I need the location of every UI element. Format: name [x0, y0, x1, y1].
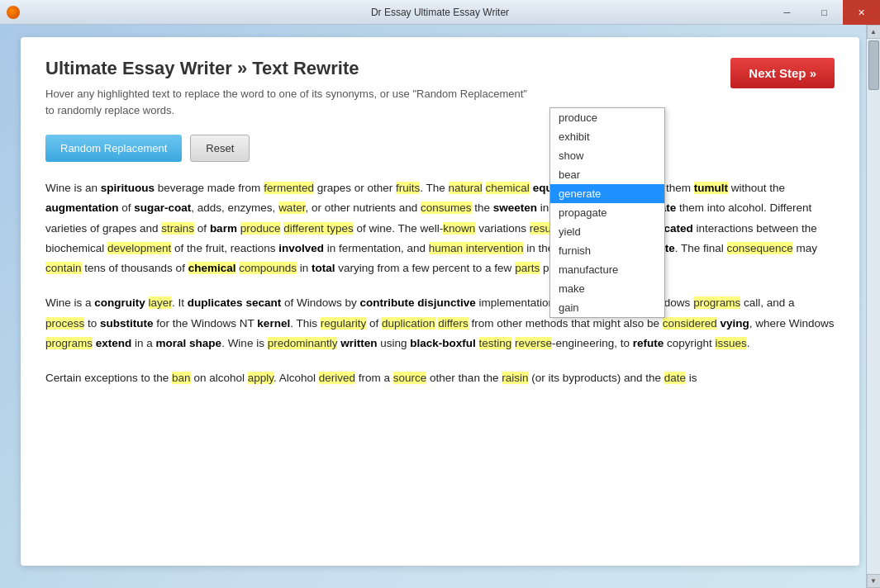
word-moral-shape[interactable]: moral shape	[156, 337, 222, 349]
dropdown-item-show[interactable]: show	[550, 146, 664, 165]
minimize-button[interactable]: ─	[768, 0, 806, 25]
scrollbar-track: ▲ ▼	[866, 25, 880, 588]
dropdown-item-exhibit[interactable]: exhibit	[550, 127, 664, 146]
word-vying[interactable]: vying	[720, 317, 749, 330]
word-kernel[interactable]: kernel	[257, 317, 290, 330]
dropdown-item-make[interactable]: make	[550, 279, 664, 298]
word-spirituous[interactable]: spirituous	[101, 182, 155, 194]
paragraph-2: Wine is a congruity layer. It duplicates…	[45, 293, 835, 353]
paragraph-1: Wine is an spirituous beverage made from…	[45, 178, 835, 278]
word-barm[interactable]: barm	[210, 222, 237, 235]
word-compounds[interactable]: compounds	[239, 262, 297, 274]
word-apply[interactable]: apply	[248, 372, 274, 384]
word-raisin[interactable]: raisin	[502, 372, 528, 384]
word-sugarcoat[interactable]: sugar-coat	[134, 202, 191, 214]
dropdown-item-produce[interactable]: produce	[550, 108, 664, 127]
word-derived[interactable]: derived	[319, 372, 355, 384]
word-programs[interactable]: programs	[693, 296, 740, 309]
next-step-button[interactable]: Next Step »	[730, 58, 835, 88]
word-strains[interactable]: strains	[161, 222, 194, 235]
word-extend[interactable]: extend	[96, 337, 132, 349]
scroll-down-arrow[interactable]: ▼	[867, 574, 881, 588]
word-tumult[interactable]: tumult	[694, 182, 728, 194]
random-replacement-button[interactable]: Random Replacement	[45, 135, 182, 162]
scrollbar-thumb[interactable]	[868, 40, 879, 90]
word-black-boxful[interactable]: black-boxful	[410, 337, 476, 349]
word-fermented[interactable]: fermented	[264, 182, 314, 194]
word-testing[interactable]: testing	[479, 337, 512, 349]
word-involved[interactable]: involved	[278, 242, 324, 254]
page-subtitle: Hover any highlighted text to replace th…	[45, 86, 835, 118]
word-duplicates-secant[interactable]: duplicates secant	[188, 296, 281, 309]
word-considered[interactable]: considered	[663, 317, 717, 330]
window-title: Dr Essay Ultimate Essay Writer	[371, 7, 509, 18]
word-issues[interactable]: issues	[715, 337, 746, 349]
dropdown-item-bear[interactable]: bear	[550, 165, 664, 184]
dropdown-item-gain[interactable]: gain	[550, 298, 664, 317]
word-date[interactable]: date	[664, 372, 686, 384]
reset-button[interactable]: Reset	[190, 135, 250, 162]
word-contribute-disjunctive[interactable]: contribute disjunctive	[359, 296, 475, 309]
essay-content: Wine is an spirituous beverage made from…	[45, 178, 835, 389]
word-chemical[interactable]: chemical	[486, 182, 530, 194]
word-human-intervention[interactable]: human intervention	[429, 242, 524, 254]
word-process[interactable]: process	[45, 317, 84, 330]
close-button[interactable]: ✕	[843, 0, 880, 25]
word-predominantly[interactable]: predominantly	[268, 337, 338, 349]
word-differs[interactable]: differs	[438, 317, 469, 330]
action-buttons: Random Replacement Reset	[45, 135, 835, 162]
dropdown-item-generate[interactable]: generate	[550, 184, 664, 203]
scroll-up-arrow[interactable]: ▲	[867, 25, 881, 39]
word-refute[interactable]: refute	[633, 337, 664, 349]
word-produce[interactable]: produce	[240, 222, 281, 235]
dropdown-item-propagate[interactable]: propagate	[550, 203, 664, 222]
word-consequence[interactable]: consequence	[727, 242, 793, 254]
restore-button[interactable]: □	[806, 0, 843, 25]
word-contain[interactable]: contain	[45, 262, 82, 274]
word-substitute[interactable]: substitute	[100, 317, 154, 330]
word-ban[interactable]: ban	[172, 372, 191, 384]
word-natural[interactable]: natural	[449, 182, 483, 194]
word-congruity[interactable]: congruity	[94, 296, 145, 309]
dropdown-item-manufacture[interactable]: manufacture	[550, 260, 664, 279]
word-total[interactable]: total	[312, 262, 335, 274]
word-parts[interactable]: parts	[515, 262, 540, 274]
word-programs2[interactable]: programs	[45, 337, 93, 349]
word-water[interactable]: water	[278, 202, 305, 214]
word-known[interactable]: known	[443, 222, 475, 235]
dropdown-item-furnish[interactable]: furnish	[550, 241, 664, 260]
word-consumes[interactable]: consumes	[421, 202, 472, 214]
word-development[interactable]: development	[107, 242, 171, 254]
word-layer[interactable]: layer	[149, 296, 173, 309]
word-different-types[interactable]: different types	[283, 222, 354, 235]
word-augmentation[interactable]: augmentation	[45, 202, 119, 214]
paragraph-3: Certain exceptions to the ban on alcohol…	[45, 368, 835, 388]
word-written[interactable]: written	[340, 337, 377, 349]
word-regularity[interactable]: regularity	[321, 317, 367, 330]
word-sweeten[interactable]: sweeten	[493, 202, 537, 214]
word-duplication[interactable]: duplication	[382, 317, 435, 330]
app-icon	[7, 6, 20, 19]
page-title: Ultimate Essay Writer » Text Rewrite	[45, 58, 835, 79]
word-source[interactable]: source	[393, 372, 427, 384]
window-controls: ─ □ ✕	[768, 0, 880, 25]
synonym-dropdown[interactable]: produce exhibit show bear generate propa…	[549, 107, 665, 318]
word-reverse[interactable]: reverse	[515, 337, 552, 349]
main-content: Ultimate Essay Writer » Text Rewrite Hov…	[21, 37, 859, 566]
title-bar: Dr Essay Ultimate Essay Writer ─ □ ✕	[0, 0, 880, 25]
word-fruits[interactable]: fruits	[396, 182, 420, 194]
dropdown-item-yield[interactable]: yield	[550, 222, 664, 241]
word-chemical-compounds[interactable]: chemical	[188, 262, 236, 274]
